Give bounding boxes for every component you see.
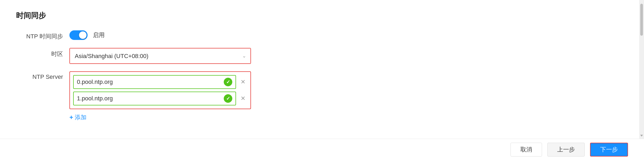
ntp-label: NTP 时间同步	[16, 30, 69, 40]
toggle-row: 启用	[69, 30, 105, 40]
delete-server-button-1[interactable]: ✕	[239, 94, 247, 103]
timezone-label: 时区	[16, 48, 69, 58]
ntp-enabled-label: 启用	[93, 31, 105, 39]
timezone-row: 时区 Asia/Shanghai (UTC+08:00) ⌄	[16, 48, 623, 64]
add-server-button[interactable]: + 添加	[69, 113, 251, 121]
ntp-server-row: NTP Server ✕	[16, 71, 623, 121]
ntp-server-item-1: ✕	[73, 92, 247, 105]
scrollbar-thumb[interactable]	[640, 4, 643, 36]
ntp-input-wrapper-0	[73, 75, 236, 89]
footer: 取消 上一步 下一步	[0, 139, 644, 160]
plus-icon: +	[69, 114, 73, 121]
content-area: 时间同步 NTP 时间同步 启用 时区 Asia/Shanghai (UTC+0…	[0, 0, 639, 139]
page-title: 时间同步	[16, 11, 623, 21]
main-content: 时间同步 NTP 时间同步 启用 时区 Asia/Shanghai (UTC+0…	[0, 0, 644, 139]
next-button[interactable]: 下一步	[590, 143, 628, 157]
ntp-server-item-0: ✕	[73, 75, 247, 89]
ntp-input-0[interactable]	[77, 79, 224, 85]
ntp-server-label: NTP Server	[16, 71, 69, 80]
ntp-toggle-row: NTP 时间同步 启用	[16, 30, 623, 40]
ntp-server-section: ✕ ✕ + 添加	[69, 71, 251, 121]
prev-button[interactable]: 上一步	[547, 143, 585, 157]
ntp-toggle[interactable]	[69, 30, 88, 40]
add-label: 添加	[75, 113, 87, 121]
timezone-select-wrapper: Asia/Shanghai (UTC+08:00) ⌄	[69, 48, 251, 64]
toggle-knob	[79, 31, 87, 39]
check-valid-icon-0	[224, 78, 232, 86]
delete-server-button-0[interactable]: ✕	[239, 78, 247, 86]
scrollbar-arrow-down[interactable]	[640, 135, 643, 137]
ntp-input-1[interactable]	[77, 95, 224, 102]
check-valid-icon-1	[224, 94, 232, 103]
scrollbar[interactable]	[639, 0, 644, 139]
ntp-server-container: ✕ ✕	[69, 71, 251, 109]
timezone-select[interactable]: Asia/Shanghai (UTC+08:00)	[70, 48, 250, 63]
cancel-button[interactable]: 取消	[511, 143, 542, 157]
form-section: NTP 时间同步 启用 时区 Asia/Shanghai (UTC+08:00)…	[16, 30, 623, 121]
ntp-input-wrapper-1	[73, 92, 236, 105]
